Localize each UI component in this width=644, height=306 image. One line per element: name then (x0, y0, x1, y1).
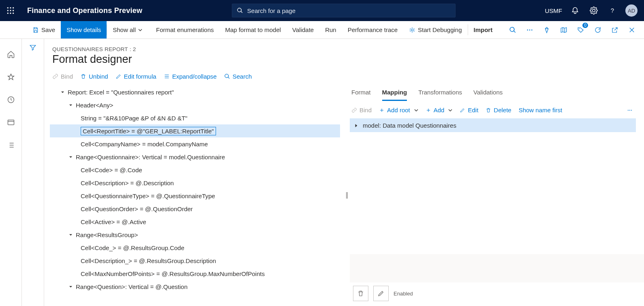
gear-icon[interactable] (588, 5, 599, 16)
debug-icon (409, 27, 415, 33)
expander-icon (73, 271, 78, 276)
tab-validations[interactable]: Validations (473, 86, 503, 101)
svg-point-18 (629, 109, 630, 110)
tree-row[interactable]: Header<Any> (50, 98, 340, 111)
clock-icon[interactable] (4, 93, 17, 106)
bell-icon[interactable] (569, 5, 581, 16)
tree-row[interactable]: Cell<Code> = @.Code (50, 163, 340, 176)
tree-row[interactable]: Range<ResultsGroup> (50, 228, 340, 241)
tree-node-text: Cell<ReportTitle> = @"GER_LABEL:ReportTi… (81, 127, 216, 135)
map-format-button[interactable]: Map format to model (220, 21, 287, 39)
tag-icon[interactable]: 0 (574, 24, 587, 36)
command-right-icons: 0 (506, 21, 644, 39)
tree-row[interactable]: Cell<Description_> = @.ResultsGroup.Desc… (50, 254, 340, 267)
tree-row[interactable]: Range<Questionnaire>: Vertical = model.Q… (50, 150, 340, 163)
waffle-icon[interactable] (0, 0, 21, 21)
show-name-first-button[interactable]: Show name first (519, 107, 563, 113)
model-row[interactable]: model: Data model Questionnaires (350, 118, 636, 132)
tree-node-text: Cell<MaxNumberOfPoints> = @.ResultsGroup… (81, 270, 265, 277)
bottom-bar: Enabled (350, 254, 644, 306)
tree-row[interactable]: Cell<Code_> = @.ResultsGroup.Code (50, 241, 340, 254)
search-icon (237, 7, 243, 14)
expander-icon[interactable] (68, 154, 73, 160)
bottom-edit-button[interactable] (373, 286, 389, 301)
link-icon (351, 107, 357, 113)
pencil-icon (377, 290, 385, 297)
star-icon[interactable] (4, 71, 17, 83)
tree-row[interactable]: Cell<CompanyName> = model.CompanyName (50, 137, 340, 150)
bottom-delete-button[interactable] (353, 286, 368, 301)
top-toolbar: Finance and Operations Preview Search fo… (0, 0, 644, 21)
splitter-handle[interactable]: ‖ (344, 83, 350, 306)
expander-icon[interactable] (60, 89, 65, 95)
list-icon (164, 73, 170, 79)
expander-icon (73, 206, 78, 212)
tab-mapping[interactable]: Mapping (382, 86, 407, 101)
more-icon[interactable] (523, 24, 536, 36)
tree-node-text: Cell<Code_> = @.ResultsGroup.Code (81, 244, 184, 251)
start-debugging-button[interactable]: Start Debugging (403, 21, 467, 39)
tree-row[interactable]: Range<Question>: Vertical = @.Question (50, 280, 340, 293)
expander-icon[interactable] (68, 102, 73, 108)
popout-icon[interactable] (608, 24, 621, 36)
tab-transformations[interactable]: Transformations (418, 86, 462, 101)
search-input[interactable]: Search for a page (232, 4, 456, 17)
module-icon[interactable] (4, 116, 17, 129)
more-button[interactable] (627, 107, 633, 113)
tree-panel[interactable]: Report: Excel = "Questionnaires report"H… (44, 83, 344, 306)
tree-row[interactable]: Cell<ReportTitle> = @"GER_LABEL:ReportTi… (50, 124, 340, 137)
search-button[interactable] (506, 24, 519, 36)
tree-row[interactable]: Cell<QuestionOrder> = @.QuestionOrder (50, 202, 340, 215)
list-icon[interactable] (4, 139, 17, 152)
r-bind-button[interactable]: Bind (351, 107, 372, 113)
edit-formula-button[interactable]: Edit formula (116, 73, 156, 80)
tab-format[interactable]: Format (351, 86, 371, 101)
bind-button[interactable]: Bind (52, 73, 73, 80)
tree-node-text: Cell<QuestionOrder> = @.QuestionOrder (81, 205, 193, 212)
add-root-button[interactable]: Add root (379, 107, 418, 113)
avatar[interactable]: AD (625, 4, 638, 17)
home-icon[interactable] (4, 48, 17, 61)
link-icon (52, 73, 58, 79)
tree-node-text: Header<Any> (76, 102, 113, 109)
refresh-icon[interactable] (591, 24, 604, 36)
add-button[interactable]: Add (426, 107, 453, 113)
edit-button[interactable]: Edit (460, 107, 478, 113)
svg-point-14 (529, 29, 531, 30)
run-button[interactable]: Run (319, 21, 342, 39)
expander-icon[interactable] (68, 284, 73, 289)
expander-icon[interactable] (68, 232, 73, 238)
performance-trace-button[interactable]: Performance trace (342, 21, 403, 39)
tree-row[interactable]: Cell<MaxNumberOfPoints> = @.ResultsGroup… (50, 267, 340, 280)
main-panel: QUESTIONNAIRES REPORT : 2 Format designe… (44, 39, 644, 306)
validate-button[interactable]: Validate (287, 21, 319, 39)
tree-row[interactable]: Cell<Description> = @.Description (50, 176, 340, 189)
format-enumerations-button[interactable]: Format enumerations (150, 21, 220, 39)
expand-icon[interactable] (355, 122, 358, 129)
diamond-icon[interactable] (540, 24, 553, 36)
map-icon[interactable] (557, 24, 570, 36)
help-icon[interactable]: ? (607, 5, 618, 16)
save-button[interactable]: Save (27, 21, 61, 39)
unbind-button[interactable]: Unbind (80, 73, 108, 80)
tree-row[interactable]: Report: Excel = "Questionnaires report" (50, 86, 340, 98)
tree-row[interactable]: Cell<QuestionnaireType> = @.Questionnair… (50, 189, 340, 202)
filter-column (22, 39, 44, 306)
tree-row[interactable]: Cell<Active> = @.Active (50, 215, 340, 228)
show-all-button[interactable]: Show all (107, 21, 150, 39)
expand-collapse-button[interactable]: Expand/collapse (164, 73, 217, 80)
expander-icon (73, 141, 78, 147)
import-button[interactable]: Import (468, 21, 499, 39)
chevron-down-icon (138, 28, 142, 32)
show-details-button[interactable]: Show details (61, 21, 107, 39)
svg-point-3 (7, 10, 9, 11)
delete-button[interactable]: Delete (486, 107, 511, 113)
company-label[interactable]: USMF (545, 7, 563, 14)
tree-row[interactable]: String = "&R&10Page &P of &N &D &T" (50, 111, 340, 124)
search-button-2[interactable]: Search (224, 73, 252, 80)
filter-icon[interactable] (22, 44, 44, 53)
close-icon[interactable] (625, 24, 638, 36)
trash-icon (357, 290, 364, 297)
plus-icon (379, 107, 385, 113)
expander-icon (73, 193, 78, 199)
